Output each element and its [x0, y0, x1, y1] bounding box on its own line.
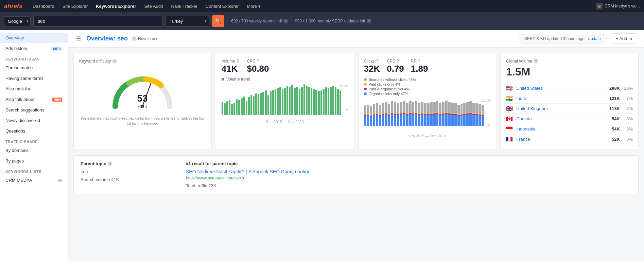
country-name-link[interactable]: United States [516, 86, 607, 91]
volume-header: Volume ? 41K CPC ? $0.80 [222, 59, 348, 74]
nav-rank-tracker[interactable]: Rank Tracker [168, 2, 201, 11]
add-to-button[interactable]: + Add to [611, 33, 637, 44]
country-name-link[interactable]: Indonesia [516, 126, 609, 132]
ahrefs-logo: ahrefs [4, 3, 22, 10]
sidebar-item-by-domains[interactable]: By domains [0, 145, 68, 156]
parent-topic-help-icon[interactable]: ? [107, 161, 112, 166]
rr-value: 1.89 [411, 64, 428, 74]
country-row: 🇫🇷 France 52K 3% [506, 134, 633, 144]
content-area: ☰ Overview: seo ? How to use SERP & KD u… [68, 30, 644, 261]
country-flag: 🇺🇸 [506, 85, 514, 91]
nav-dashboard[interactable]: Dashboard [29, 2, 58, 11]
nav-keywords-explorer[interactable]: Keywords Explorer [92, 2, 140, 11]
country-name-link[interactable]: India [516, 96, 607, 101]
sidebar-item-also-talk-about[interactable]: Also talk about NEW [0, 94, 68, 105]
keywords-lists-section-title: Keywords lists [0, 166, 68, 175]
clicks-value: 32K [364, 64, 380, 74]
sidebar: Overview Ads history BETA Keyword ideas … [0, 30, 68, 261]
country-pct: 3% [623, 137, 633, 142]
sidebar-item-questions[interactable]: Questions [0, 126, 68, 136]
volume-help-icon[interactable]: ? [237, 59, 239, 64]
volume-card: Volume ? 41K CPC ? $0.80 [216, 53, 354, 150]
overview-header: ☰ Overview: seo ? How to use SERP & KD u… [68, 30, 644, 48]
clicks-chart: 100% 0% [364, 99, 491, 133]
sidebar-item-by-pages[interactable]: By pages [0, 156, 68, 166]
sidebar-item-overview[interactable]: Overview [0, 33, 68, 43]
country-volume: 54K [612, 116, 620, 121]
update-link[interactable]: Update [588, 36, 601, 41]
volume-metric: Volume ? 41K [222, 59, 239, 74]
country-flag: 🇨🇦 [506, 116, 514, 122]
legend-organic-only: Organic clicks only 47% [364, 92, 491, 96]
sidebar-item-search-suggestions[interactable]: Search suggestions [0, 105, 68, 115]
legend-dot-yellow [364, 83, 367, 86]
kd-gauge: 53 Hard [79, 66, 206, 113]
country-pct: 3% [623, 116, 633, 121]
clicks-header: Clicks ? 32K CPS ? 0.79 [364, 59, 491, 74]
parent-topic-right: #1 result for parent topic SEO Nedir ve … [186, 161, 631, 188]
user-info: ▣ CRM Medya's wo... [596, 3, 640, 10]
country-name-link[interactable]: Canada [516, 116, 609, 121]
weekly-reports-help-icon[interactable]: ? [283, 19, 288, 23]
kd-gauge-svg: 53 Hard [108, 69, 176, 110]
sidebar-item-also-rank-for[interactable]: Also rank for [0, 84, 68, 94]
country-flag: 🇬🇧 [506, 105, 514, 112]
how-to-use-icon: ? [132, 36, 137, 41]
country-select[interactable]: Turkey United States [165, 16, 209, 27]
sidebar-item-phrase-match[interactable]: Phrase match [0, 63, 68, 73]
sidebar-item-having-same-terms[interactable]: Having same terms [0, 73, 68, 84]
keyword-input[interactable] [33, 16, 162, 27]
hamburger-button[interactable]: ☰ [75, 34, 82, 43]
volume-date-range: Sep 2015 — Nov 2020 [222, 120, 348, 124]
clicks-chart-top: 100% [482, 99, 491, 102]
weekly-reports-label: 692 / 700 weekly reports left ? [231, 19, 288, 23]
global-volume-help-icon[interactable]: ? [534, 59, 538, 64]
result-link[interactable]: SEO Nedir ve Nasıl Yapılır? | Sempeak SE… [186, 169, 631, 174]
country-name-link[interactable]: France [516, 137, 609, 142]
engine-select[interactable]: Google Bing [4, 16, 31, 26]
kd-help-icon[interactable]: ? [112, 59, 117, 64]
clicks-help-icon[interactable]: ? [376, 59, 379, 64]
chart-top-label: 50.2K [339, 84, 348, 88]
sidebar-item-ads-history[interactable]: Ads history BETA [0, 43, 68, 54]
reports-info: 692 / 700 weekly reports left ? 993 / 1,… [231, 19, 371, 23]
country-flag: 🇮🇩 [506, 126, 514, 132]
sidebar-item-crm-medya[interactable]: CRM MEDYA 96 [0, 175, 68, 186]
ads-history-beta-badge: BETA [51, 47, 62, 51]
parent-topic-section: Parent topic ? seo Search volume 41K #1 … [73, 155, 639, 194]
clicks-label: Clicks ? [364, 59, 380, 64]
country-name-link[interactable]: United Kingdom [516, 106, 607, 111]
nav-site-audit[interactable]: Site Audit [141, 2, 167, 11]
clicks-chart-bottom: 0% [486, 123, 490, 127]
country-flag: 🇫🇷 [506, 136, 514, 142]
monthly-serp-help-icon[interactable]: ? [367, 19, 371, 23]
country-row: 🇬🇧 United Kingdom 113K 7% [506, 103, 633, 114]
traffic-share-section-title: Traffic share [0, 136, 68, 145]
nav-site-explorer[interactable]: Site Explorer [59, 2, 91, 11]
chevron-down-icon: ▾ [258, 4, 261, 9]
rr-metric: RR ? 1.89 [411, 59, 428, 74]
cps-help-icon[interactable]: ? [397, 59, 399, 64]
nav-content-explorer[interactable]: Content Explorer [202, 2, 242, 11]
country-pct: 7% [623, 96, 633, 101]
clicks-date-range: Sep 2015 — Dec 2019 [364, 134, 491, 138]
cpc-help-icon[interactable]: ? [257, 59, 259, 64]
volume-chart: 50.2K 0 [222, 84, 348, 118]
volume-bar-chart [222, 84, 348, 115]
country-selector-wrapper: Turkey United States [165, 16, 209, 27]
svg-text:53: 53 [137, 93, 148, 104]
parent-topic-link[interactable]: seo [81, 169, 88, 174]
rr-label: RR ? [411, 59, 428, 64]
more-menu-button[interactable]: More ▾ [243, 2, 264, 11]
cps-metric: CPS ? 0.79 [387, 59, 404, 74]
search-button[interactable]: 🔍 [212, 15, 224, 27]
cpc-label: CPC ? [247, 59, 269, 64]
country-pct: 3% [623, 126, 633, 132]
legend-dot-blue [364, 92, 367, 95]
rr-help-icon[interactable]: ? [418, 59, 420, 64]
search-bar: Google Bing Turkey United States 🔍 692 /… [0, 12, 644, 30]
country-volume: 288K [609, 86, 620, 91]
result-url: https://www.sempeak.com/seo ▾ [186, 176, 631, 180]
sidebar-item-newly-discovered[interactable]: Newly discovered [0, 115, 68, 126]
how-to-use-link[interactable]: ? How to use [132, 36, 158, 41]
